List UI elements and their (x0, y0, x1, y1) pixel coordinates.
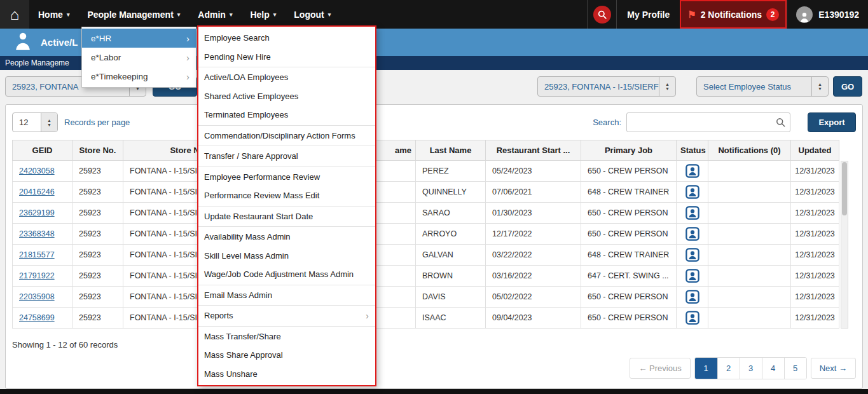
last-name-cell: GALVAN (416, 245, 486, 266)
geid-link[interactable]: 23368348 (19, 229, 55, 238)
notifications-cell (708, 266, 791, 287)
nav-item-admin[interactable]: Admin▾ (189, 0, 241, 29)
submenu-item-pending-new-hire[interactable]: Pending New Hire (198, 48, 375, 67)
employee-status-value: Select Employee Status (697, 82, 811, 92)
submenu-item-shared-active-employees[interactable]: Shared Active Employees (198, 87, 375, 106)
updated-cell: 12/31/2023 (791, 245, 839, 266)
nav-item-help[interactable]: Help▾ (241, 0, 285, 29)
last-name-cell: DAVIS (416, 287, 486, 308)
notifications-button[interactable]: ⚑ 2 Notifications 2 (680, 0, 787, 29)
submenu-item-performance-review-mass-edit[interactable]: Performance Review Mass Edit (198, 186, 375, 205)
submenu-item-wage-job-code-adjustment-mass-admin[interactable]: Wage/Job Code Adjustment Mass Admin (198, 265, 375, 284)
column-header-geid[interactable]: GEID (13, 140, 72, 161)
employee-status-icon[interactable] (685, 290, 699, 304)
page-buttons: 12345 (694, 357, 807, 379)
submenu-item-mass-unshare[interactable]: Mass Unshare (198, 365, 375, 384)
column-header-restaurant-start[interactable]: Restaurant Start ... (486, 140, 581, 161)
submenu-item-reports[interactable]: Reports› (198, 306, 375, 325)
geid-cell: 23629199 (13, 203, 72, 224)
submenu-item-terminated-employees[interactable]: Terminated Employees (198, 105, 375, 125)
submenu-item-mass-share-approval[interactable]: Mass Share Approval (198, 346, 375, 365)
submenu-item-mass-transfer-share[interactable]: Mass Transfer/Share (198, 327, 375, 346)
store-select-right[interactable]: 25923, FONTANA - I-15/SIERF ▲▼ (537, 76, 676, 97)
user-menu[interactable]: E1390192 (787, 0, 868, 29)
menu-separator (198, 67, 375, 67)
employee-status-icon[interactable] (685, 269, 699, 283)
employee-status-icon[interactable] (685, 206, 699, 220)
page-button-1[interactable]: 1 (695, 358, 717, 379)
geid-link[interactable]: 21815577 (19, 250, 55, 259)
employee-status-icon[interactable] (685, 164, 699, 178)
table-area: GEIDStore No.Store NameameLast NameResta… (12, 140, 856, 329)
column-header-notifications-0[interactable]: Notifications (0) (708, 140, 791, 161)
submenu-item-update-restaurant-start-date[interactable]: Update Restaurant Start Date (198, 207, 375, 226)
spinner-icon[interactable]: ▲▼ (659, 77, 675, 96)
geid-link[interactable]: 24758699 (19, 313, 55, 322)
global-search-button[interactable] (587, 0, 616, 29)
submenu-item-commendation-disciplinary-action-forms[interactable]: Commendation/Disciplinary Action Forms (198, 126, 375, 146)
page-button-3[interactable]: 3 (740, 358, 762, 379)
employee-status-icon[interactable] (685, 185, 699, 199)
page-button-5[interactable]: 5 (784, 358, 806, 379)
geid-link[interactable]: 20416246 (19, 187, 55, 196)
menu-separator (198, 326, 375, 327)
submenu-item-label: Shared Active Employees (204, 92, 298, 101)
employee-status-select[interactable]: Select Employee Status ▲▼ (696, 76, 829, 97)
spinner-icon[interactable]: ▲▼ (811, 77, 828, 96)
nav-item-home[interactable]: Home▾ (29, 0, 78, 29)
status-cell (677, 161, 708, 182)
search-label: Search: (593, 118, 621, 127)
spinner-icon[interactable]: ▲▼ (41, 113, 57, 132)
column-header-status[interactable]: Status (677, 140, 708, 161)
column-header-updated[interactable]: Updated (791, 140, 839, 161)
search-icon[interactable] (775, 117, 786, 130)
geid-link[interactable]: 21791922 (19, 271, 55, 280)
column-header-primary-job[interactable]: Primary Job (581, 140, 677, 161)
last-name-cell: SARAO (416, 203, 486, 224)
next-page-button[interactable]: Next → (811, 358, 856, 379)
my-profile-link[interactable]: My Profile (616, 0, 680, 29)
submenu-item-skill-level-mass-admin[interactable]: Skill Level Mass Admin (198, 247, 375, 266)
page-title: Active/L (41, 37, 78, 48)
submenu-item-active-loa-employees[interactable]: Active/LOA Employees (198, 68, 375, 87)
chevron-right-icon: › (186, 34, 189, 43)
start-date-cell: 07/06/2021 (486, 182, 581, 203)
home-icon[interactable]: ⌂ (0, 0, 29, 29)
scrollbar-thumb[interactable] (842, 162, 847, 215)
page-button-2[interactable]: 2 (717, 358, 740, 379)
employee-row: 2181557725923FONTANA - I-15/SIGALVAN03/2… (13, 245, 839, 266)
employee-status-icon[interactable] (685, 227, 699, 241)
menu-item-e-hr[interactable]: e*HR› (82, 29, 196, 48)
status-cell (677, 245, 708, 266)
submenu-item-label: Commendation/Disciplinary Action Forms (204, 131, 355, 140)
store-no-cell: 25923 (72, 161, 123, 182)
column-header-last-name[interactable]: Last Name (416, 140, 486, 161)
submenu-item-email-mass-admin[interactable]: Email Mass Admin (198, 286, 375, 305)
submenu-item-transfer-share-approval[interactable]: Transfer / Share Approval (198, 147, 375, 166)
nav-item-people-management[interactable]: People Management▾ (78, 0, 189, 29)
store-no-cell: 25923 (72, 224, 123, 245)
previous-page-button[interactable]: ← Previous (630, 358, 690, 379)
search-icon (593, 6, 611, 24)
submenu-item-employee-performance-review[interactable]: Employee Performance Review (198, 168, 375, 187)
notifications-cell (708, 161, 791, 182)
go-button[interactable]: GO (833, 76, 862, 97)
employee-status-icon[interactable] (685, 311, 699, 325)
export-button[interactable]: Export (808, 112, 856, 132)
employee-status-icon[interactable] (685, 248, 699, 262)
table-scrollbar[interactable] (841, 161, 848, 329)
menu-item-e-timekeeping[interactable]: e*Timekeeping› (82, 67, 196, 86)
records-per-page-stepper[interactable]: 12 ▲▼ (12, 112, 58, 132)
nav-item-logout[interactable]: Logout▾ (285, 0, 340, 29)
submenu-item-employee-search[interactable]: Employee Search (198, 29, 375, 48)
search-input[interactable] (626, 112, 790, 132)
column-header-store-no[interactable]: Store No. (72, 140, 123, 161)
geid-link[interactable]: 23629199 (19, 208, 55, 217)
page-button-4[interactable]: 4 (762, 358, 784, 379)
menu-item-e-labor[interactable]: e*Labor› (82, 48, 196, 67)
geid-link[interactable]: 24203058 (19, 166, 55, 175)
geid-link[interactable]: 22035908 (19, 292, 55, 301)
submenu-item-availability-mass-admin[interactable]: Availability Mass Admin (198, 228, 375, 247)
menu-separator (198, 285, 375, 285)
updated-cell: 12/31/2023 (791, 266, 839, 287)
